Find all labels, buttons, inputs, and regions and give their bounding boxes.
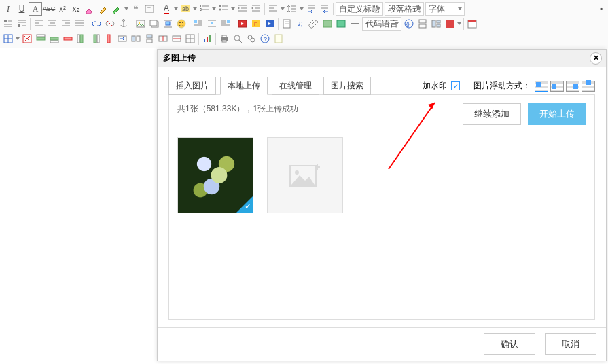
tab-image-search[interactable]: 图片搜索 [323, 77, 371, 95]
split-rows-icon[interactable] [170, 32, 183, 46]
textbox-icon[interactable]: T [143, 2, 156, 16]
align-justify-icon[interactable] [73, 17, 86, 31]
tab-online-manage[interactable]: 在线管理 [272, 77, 319, 95]
strikethrough-icon[interactable]: ABC [42, 2, 56, 16]
font-combo[interactable]: 字体 [425, 2, 465, 16]
template-icon[interactable] [429, 17, 443, 31]
date-icon[interactable] [465, 17, 479, 31]
merge-right-icon[interactable] [129, 32, 143, 46]
dropdown-icon[interactable] [211, 7, 217, 10]
format-icon[interactable] [110, 2, 124, 16]
brush-icon[interactable] [96, 2, 110, 16]
float-left-icon[interactable] [192, 17, 205, 31]
chart-bar-icon[interactable] [200, 32, 214, 46]
split-cells-icon[interactable] [156, 32, 170, 46]
code-lang-combo[interactable]: 代码语言 [362, 17, 401, 31]
map-icon[interactable] [321, 17, 334, 31]
align-icon[interactable] [266, 2, 280, 16]
eraser-icon[interactable] [83, 2, 96, 16]
watermark-checkbox[interactable]: ✓ [451, 81, 460, 90]
font-icon[interactable]: A [29, 2, 42, 16]
dropdown-icon[interactable] [173, 7, 179, 10]
cancel-button[interactable]: 取消 [545, 333, 596, 355]
quote-icon[interactable]: ❝ [129, 2, 143, 16]
dropdown-icon[interactable] [299, 7, 304, 10]
dropdown-icon[interactable] [230, 7, 236, 10]
insert-col-icon[interactable] [75, 32, 88, 46]
subscript-icon[interactable]: x₂ [69, 2, 83, 16]
media-icon[interactable] [263, 17, 276, 31]
para-before-icon[interactable] [1, 17, 15, 31]
preview-icon[interactable] [231, 32, 245, 46]
delete-row-icon[interactable] [61, 32, 75, 46]
dropdown-icon[interactable] [124, 7, 129, 10]
float-none-icon[interactable] [205, 17, 219, 31]
hr-icon[interactable] [348, 17, 361, 31]
align-left-icon[interactable] [32, 17, 46, 31]
merge-cells-icon[interactable] [115, 32, 129, 46]
print-icon[interactable] [217, 32, 231, 46]
pagebreak-icon[interactable] [416, 17, 429, 31]
para-after-icon[interactable] [15, 17, 29, 31]
dropdown-icon[interactable] [457, 22, 462, 25]
more-icon[interactable]: ▪ [594, 2, 608, 16]
outdent-icon[interactable] [236, 2, 249, 16]
tab-insert-image[interactable]: 插入图片 [168, 77, 216, 95]
merge-down-icon[interactable] [143, 32, 156, 46]
start-upload-button[interactable]: 开始上传 [528, 103, 586, 125]
delete-col-icon[interactable] [102, 32, 115, 46]
insert-row-after-icon[interactable] [48, 32, 61, 46]
italic-icon[interactable]: I [1, 2, 15, 16]
underline-icon[interactable]: U [15, 2, 29, 16]
para-format-combo[interactable]: 段落格式 [385, 2, 424, 16]
bgcolor-icon[interactable] [443, 17, 457, 31]
align-right-icon[interactable] [59, 17, 73, 31]
float-left-icon[interactable] [550, 81, 564, 92]
find-replace-icon[interactable] [245, 32, 258, 46]
insert-row-icon[interactable] [34, 32, 48, 46]
indent-icon[interactable] [249, 2, 263, 16]
dropdown-icon[interactable] [15, 37, 20, 40]
table-delete-icon[interactable] [20, 32, 34, 46]
close-icon[interactable]: ✕ [590, 52, 602, 65]
split-cols-icon[interactable] [183, 32, 197, 46]
draft-icon[interactable] [272, 32, 285, 46]
tab-local-upload[interactable]: 本地上传 [220, 77, 268, 95]
image-multi-icon[interactable] [147, 17, 161, 31]
anchor-icon[interactable] [117, 17, 130, 31]
table-icon[interactable] [1, 32, 15, 46]
insert-col-after-icon[interactable] [88, 32, 102, 46]
attachment-icon[interactable] [307, 17, 321, 31]
image-single-icon[interactable] [134, 17, 147, 31]
highlight-icon[interactable]: ab [179, 2, 192, 16]
ok-button[interactable]: 确认 [484, 333, 535, 355]
code-icon[interactable]: {} [402, 17, 416, 31]
thumbnail-uploaded[interactable] [177, 137, 253, 213]
flash-icon[interactable]: F [249, 17, 263, 31]
title-style-combo[interactable]: 自定义标题 [336, 2, 383, 16]
dropdown-icon[interactable] [280, 7, 285, 10]
ltr-icon[interactable] [304, 2, 318, 16]
image-center-icon[interactable] [161, 17, 175, 31]
rtl-icon[interactable] [318, 2, 332, 16]
fontcolor-icon[interactable]: A [160, 2, 173, 16]
superscript-icon[interactable]: x² [56, 2, 69, 16]
continue-add-button[interactable]: 继续添加 [463, 103, 521, 125]
float-right-icon[interactable] [219, 17, 232, 31]
video-icon[interactable] [236, 17, 249, 31]
page-icon[interactable] [280, 17, 293, 31]
dropdown-icon[interactable] [192, 7, 198, 10]
align-center-icon[interactable] [46, 17, 59, 31]
unordered-list-icon[interactable] [217, 2, 230, 16]
float-default-icon[interactable] [535, 81, 548, 92]
music-icon[interactable]: ♫ [293, 17, 307, 31]
float-right-icon[interactable] [566, 81, 579, 92]
link-icon[interactable] [90, 17, 103, 31]
ordered-list-icon[interactable]: 12 [198, 2, 211, 16]
lineheight-icon[interactable] [285, 2, 299, 16]
thumbnail-add[interactable] [267, 137, 343, 213]
gmap-icon[interactable] [334, 17, 348, 31]
unlink-icon[interactable] [103, 17, 117, 31]
float-center-icon[interactable] [582, 81, 595, 92]
emoji-icon[interactable] [175, 17, 188, 31]
